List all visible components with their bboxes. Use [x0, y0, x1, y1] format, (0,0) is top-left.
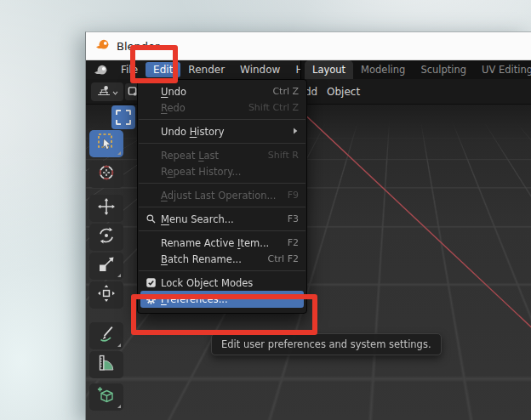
menu-separator	[139, 207, 305, 207]
chevron-down-icon	[112, 86, 118, 98]
tool-scale-button[interactable]	[89, 253, 123, 280]
menu-item-menu-search[interactable]: Menu Search...F3	[140, 211, 304, 227]
checkbox-checked-icon	[140, 277, 161, 288]
blender-menu-icon[interactable]	[92, 64, 113, 77]
search-icon	[140, 213, 161, 224]
add-cube-icon	[96, 385, 117, 409]
menu-item-label: Redo	[161, 102, 248, 114]
annotate-icon	[96, 324, 117, 348]
menubar-item-render[interactable]: Render	[180, 62, 232, 77]
menu-separator	[139, 270, 305, 271]
menu-item-label: Lock Object Modes	[161, 277, 299, 289]
tool-move-button[interactable]	[89, 195, 123, 222]
rotate-icon	[96, 225, 117, 249]
menu-item-label: Repeat History...	[161, 166, 299, 178]
menu-item-shortcut: F3	[288, 213, 299, 224]
cursor-icon	[96, 162, 117, 186]
menu-item-label: Batch Rename...	[161, 253, 268, 265]
menu-item-redo[interactable]: RedoShift Ctrl Z	[140, 99, 304, 116]
tool-transform-button[interactable]	[89, 281, 123, 309]
menu-separator	[139, 119, 305, 120]
annotation-rect-edit	[130, 45, 178, 83]
submenu-arrow-icon	[292, 127, 299, 137]
edit-dropdown-menu: UndoCtrl ZRedoShift Ctrl ZUndo HistoryRe…	[137, 79, 307, 314]
measure-icon	[96, 353, 117, 377]
tab-layout[interactable]: Layout	[305, 60, 353, 79]
menu-item-lock-object-modes[interactable]: Lock Object Modes	[140, 275, 304, 291]
transform-icon	[96, 283, 117, 307]
desktop: Blender FileEditRenderWindowHelp LayoutM…	[0, 0, 531, 420]
menu-item-undo-history[interactable]: Undo History	[140, 123, 304, 139]
menu-item-shortcut: Ctrl Z	[272, 86, 299, 97]
subtool-corner-indicator	[117, 151, 121, 155]
menu-separator	[139, 230, 305, 231]
move-icon	[96, 196, 117, 220]
menu-item-label: Undo	[161, 86, 272, 98]
tool-annotate-button[interactable]	[89, 322, 123, 349]
menu-item-repeat-history[interactable]: Repeat History...	[140, 163, 304, 179]
select-box-icon	[96, 132, 117, 156]
menu-separator	[139, 143, 305, 144]
menu-item-label: Adjust Last Operation...	[161, 190, 288, 201]
viewport-menu-object[interactable]: Object	[327, 79, 360, 105]
annotation-rect-preferences	[131, 294, 317, 335]
menu-item-label: Undo History	[161, 126, 292, 138]
subtool-corner-indicator	[117, 343, 121, 347]
menu-item-shortcut: Ctrl F2	[268, 253, 299, 264]
menu-item-shortcut: Shift R	[268, 150, 299, 161]
tool-cursor-button[interactable]	[89, 161, 123, 188]
menu-item-rename-active-item[interactable]: Rename Active Item...F2	[140, 235, 304, 251]
menu-item-shortcut: F9	[288, 190, 299, 201]
editor-type-button[interactable]	[91, 82, 123, 101]
tool-rotate-button[interactable]	[89, 224, 123, 251]
workspace-tabs: LayoutModelingSculptingUV Editing	[300, 60, 531, 79]
menu-item-label: Rename Active Item...	[161, 237, 288, 249]
object-mode-icon	[128, 86, 137, 99]
tool-measure-button[interactable]	[89, 351, 123, 378]
tool-select-box-button[interactable]	[89, 130, 123, 157]
scale-icon	[96, 254, 117, 278]
menu-item-undo[interactable]: UndoCtrl Z	[140, 83, 304, 99]
blender-window: Blender FileEditRenderWindowHelp LayoutM…	[85, 31, 531, 420]
tab-uv-editing[interactable]: UV Editing	[474, 60, 531, 79]
menu-item-shortcut: F2	[288, 237, 299, 248]
viewport-editor-icon	[97, 85, 111, 99]
tooltip: Edit user preferences and system setting…	[211, 333, 442, 355]
menu-item-label: Repeat Last	[161, 150, 268, 162]
menu-item-repeat-last[interactable]: Repeat LastShift R	[140, 147, 304, 163]
active-tool-select-box-icon[interactable]	[111, 105, 135, 129]
tab-sculpting[interactable]: Sculpting	[413, 60, 474, 79]
menubar-item-window[interactable]: Window	[232, 62, 288, 77]
blender-logo-icon	[95, 38, 110, 54]
menu-item-label: Menu Search...	[161, 213, 288, 225]
tool-add-cube-button[interactable]	[89, 383, 123, 411]
tooltip-text: Edit user preferences and system setting…	[221, 338, 431, 350]
subtool-corner-indicator	[117, 405, 121, 408]
menu-item-shortcut: Shift Ctrl Z	[248, 102, 299, 113]
menu-item-batch-rename[interactable]: Batch Rename...Ctrl F2	[140, 251, 304, 267]
menu-separator	[139, 183, 305, 184]
subtool-corner-indicator	[117, 274, 121, 277]
tab-modeling[interactable]: Modeling	[353, 60, 413, 79]
menu-item-adjust-last-operation[interactable]: Adjust Last Operation...F9	[140, 187, 304, 203]
